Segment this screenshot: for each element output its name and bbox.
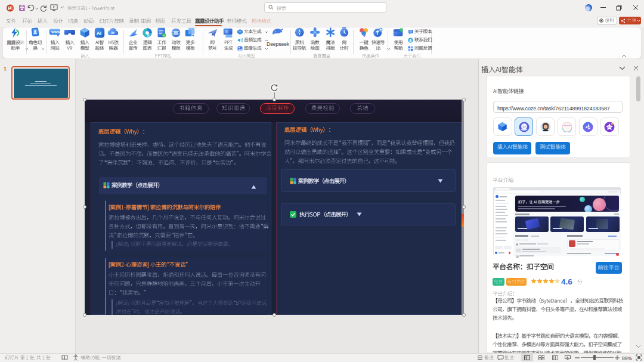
svg-text:AI: AI bbox=[97, 30, 102, 36]
svg-text:P: P bbox=[8, 5, 11, 11]
svg-text:WWW: WWW bbox=[51, 30, 60, 34]
svg-text:H5: H5 bbox=[111, 32, 115, 35]
